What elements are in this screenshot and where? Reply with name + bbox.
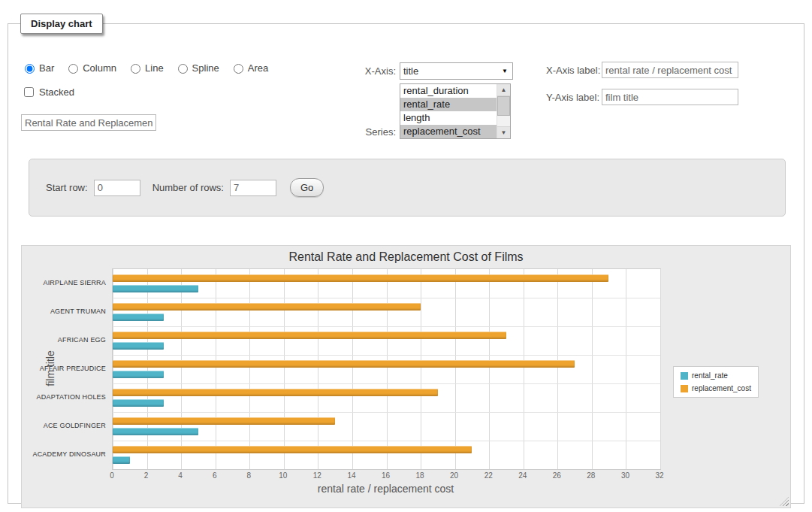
- x-tick-label: 32: [655, 471, 663, 480]
- stacked-option[interactable]: Stacked: [21, 85, 74, 99]
- series-option-rental_rate[interactable]: rental_rate: [400, 98, 497, 111]
- grid-line-v: [489, 269, 490, 469]
- x-tick-label: 14: [347, 471, 355, 480]
- category-label: ACE GOLDFINGER: [22, 422, 106, 429]
- grid-line-h: [113, 355, 660, 356]
- chart-type-column[interactable]: Column: [65, 62, 116, 74]
- series-option-length[interactable]: length: [400, 111, 497, 125]
- category-label: ACADEMY DINOSAUR: [22, 450, 106, 458]
- grid-line-v: [352, 269, 353, 469]
- chart-type-area[interactable]: Area: [230, 62, 268, 74]
- chart-bar-replacement_cost: [113, 274, 608, 282]
- legend-item-rental_rate[interactable]: rental_rate: [681, 371, 751, 380]
- x-tick-label: 28: [587, 471, 595, 480]
- chart-bar-rental_rate: [113, 342, 164, 350]
- x-axis-select[interactable]: title: [400, 63, 512, 79]
- chart-bar-rental_rate: [113, 399, 164, 407]
- chart-legend: rental_ratereplacement_cost: [673, 366, 759, 398]
- x-tick-label: 18: [416, 471, 424, 480]
- chart-type-radio-spline[interactable]: [178, 64, 188, 74]
- grid-line-v: [455, 269, 456, 469]
- grid-line-v: [284, 269, 285, 469]
- x-tick-label: 10: [279, 471, 287, 480]
- category-label: AGENT TRUMAN: [22, 308, 106, 315]
- scroll-down-icon[interactable]: ▼: [497, 126, 510, 138]
- x-tick-label: 4: [178, 471, 183, 480]
- x-axis-select-wrap: title ▼: [400, 62, 513, 80]
- num-rows-input[interactable]: [230, 180, 276, 196]
- category-label: AFFAIR PREJUDICE: [22, 365, 106, 372]
- x-tick-label: 8: [246, 471, 251, 480]
- chart-type-label: Column: [83, 62, 116, 74]
- legend-swatch-icon: [681, 385, 688, 392]
- series-listbox[interactable]: rental_durationrental_ratelengthreplacem…: [400, 83, 511, 139]
- chart-type-label: Area: [248, 62, 268, 74]
- x-axis-label-label: X-Axis label:: [546, 65, 600, 76]
- chart-type-bar[interactable]: Bar: [21, 62, 54, 74]
- resize-handle-icon[interactable]: [780, 497, 789, 506]
- display-chart-panel: Display chart BarColumnLineSplineArea St…: [8, 14, 804, 504]
- chart-bar-rental_rate: [113, 314, 164, 321]
- start-row-input[interactable]: [94, 180, 140, 196]
- grid-line-v: [318, 269, 318, 469]
- grid-line-v: [113, 269, 113, 469]
- legend-swatch-icon: [681, 372, 688, 380]
- legend-label: replacement_cost: [692, 384, 751, 392]
- grid-line-h: [113, 383, 660, 384]
- scrollbar-thumb[interactable]: [497, 96, 510, 116]
- listbox-scrollbar[interactable]: ▲ ▼: [497, 84, 510, 138]
- grid-line-v: [660, 269, 661, 469]
- series-options: rental_durationrental_ratelengthreplacem…: [400, 84, 497, 138]
- chart-type-line[interactable]: Line: [127, 62, 164, 74]
- category-label: AFRICAN EGG: [22, 336, 106, 344]
- chart-type-radio-bar[interactable]: [25, 64, 35, 74]
- chart-bar-rental_rate: [113, 428, 198, 435]
- x-axis-label-input[interactable]: [602, 62, 738, 78]
- grid-line-v: [181, 269, 182, 469]
- chart-type-label: Line: [145, 62, 164, 74]
- stacked-checkbox[interactable]: [24, 87, 34, 97]
- grid-line-h: [113, 326, 660, 327]
- chart-bar-rental_rate: [113, 285, 198, 292]
- chart-type-spline[interactable]: Spline: [174, 62, 219, 74]
- chart-bar-replacement_cost: [113, 446, 472, 453]
- x-tick-label: 20: [450, 471, 458, 480]
- num-rows-label: Number of rows:: [152, 182, 224, 193]
- category-label: ADAPTATION HOLES: [22, 393, 106, 401]
- legend-item-replacement_cost[interactable]: replacement_cost: [681, 384, 751, 392]
- chart-type-radio-area[interactable]: [234, 64, 243, 74]
- grid-line-h: [113, 441, 660, 441]
- y-axis-label-input[interactable]: [602, 89, 738, 105]
- chart-type-label: Spline: [192, 62, 219, 74]
- x-tick-label: 2: [144, 471, 149, 480]
- x-tick-label: 26: [553, 471, 561, 480]
- x-tick-label: 16: [382, 471, 390, 480]
- series-option-replacement_cost[interactable]: replacement_cost: [400, 125, 497, 138]
- legend-label: rental_rate: [692, 371, 728, 380]
- x-tick-label: 30: [621, 471, 629, 480]
- chart-type-radio-line[interactable]: [131, 64, 140, 74]
- grid-line-v: [147, 269, 148, 469]
- go-button[interactable]: Go: [290, 178, 324, 197]
- chart-type-radio-column[interactable]: [68, 64, 78, 74]
- grid-line-v: [626, 269, 626, 469]
- grid-line-h: [113, 298, 660, 298]
- chart-bar-replacement_cost: [113, 417, 335, 425]
- scroll-up-icon[interactable]: ▲: [497, 84, 510, 96]
- start-row-label: Start row:: [46, 182, 88, 193]
- x-tick-label: 0: [110, 471, 114, 480]
- grid-line-v: [592, 269, 593, 469]
- chart-title-input[interactable]: [21, 114, 156, 131]
- panel-title: Display chart: [20, 14, 103, 34]
- chart-bar-replacement_cost: [113, 389, 438, 396]
- chart-plot-area: [112, 268, 661, 470]
- stacked-label: Stacked: [39, 86, 74, 98]
- grid-line-v: [249, 269, 250, 469]
- chart-type-label: Bar: [39, 62, 54, 74]
- x-tick-label: 24: [518, 471, 527, 480]
- chart-bar-replacement_cost: [113, 360, 575, 368]
- chart-title: Rental Rate and Replacement Cost of Film…: [22, 250, 790, 264]
- chart-bar-rental_rate: [113, 371, 164, 378]
- rows-panel: Start row: Number of rows: Go: [29, 159, 786, 217]
- series-option-rental_duration[interactable]: rental_duration: [400, 84, 497, 98]
